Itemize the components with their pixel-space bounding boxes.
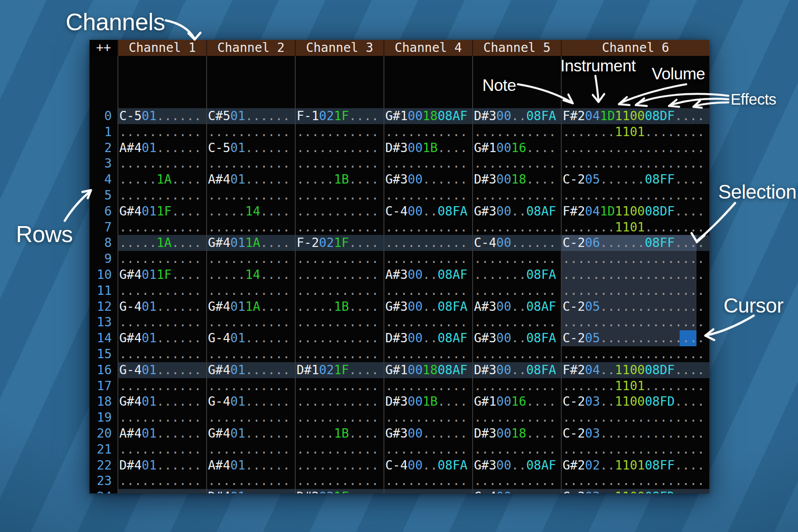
cell-ch5-row0[interactable]: D#300..08FA <box>472 108 561 124</box>
cell-ch6-row7[interactable]: .......1101........ <box>561 219 709 235</box>
cell-ch6-row15[interactable]: ................... <box>561 346 709 362</box>
effect-columns-button[interactable]: ++ <box>90 40 117 56</box>
cell-ch6-row16[interactable]: F#204..110008DF.... <box>561 362 709 378</box>
cell-ch1-row20[interactable]: A#401...... <box>117 426 206 442</box>
cell-ch4-row17[interactable]: ........... <box>383 378 472 394</box>
cell-ch6-row14[interactable]: C-205.............. <box>561 330 709 346</box>
cell-ch1-row3[interactable]: ........... <box>117 156 206 172</box>
cell-ch1-row24[interactable]: ........... <box>117 489 206 493</box>
cell-ch4-row19[interactable]: ........... <box>383 410 472 426</box>
cell-ch4-row3[interactable]: ........... <box>383 156 472 172</box>
cell-ch3-row23[interactable]: ........... <box>295 473 383 489</box>
cell-ch1-row7[interactable]: ........... <box>117 219 206 235</box>
cell-ch4-row4[interactable]: G#300...... <box>383 172 472 188</box>
cell-ch1-row6[interactable]: G#4011F.... <box>117 203 206 219</box>
cell-ch4-row7[interactable]: ........... <box>383 219 472 235</box>
cell-ch2-row7[interactable]: ........... <box>206 219 295 235</box>
cell-ch5-row18[interactable]: G#10016.... <box>472 394 561 410</box>
cell-ch3-row5[interactable]: ........... <box>295 188 383 203</box>
cell-ch6-row4[interactable]: C-205......08FF.... <box>561 172 709 188</box>
cell-ch1-row1[interactable]: ........... <box>117 124 206 140</box>
cell-ch2-row16[interactable]: G#401...... <box>206 362 295 378</box>
channel-header-5[interactable]: Channel 5 <box>472 40 561 56</box>
cell-ch4-row21[interactable]: ........... <box>383 442 472 458</box>
cell-ch2-row2[interactable]: C-501...... <box>206 140 295 156</box>
cell-ch3-row2[interactable]: ........... <box>295 140 383 156</box>
cell-ch1-row15[interactable]: ........... <box>117 346 206 362</box>
cell-ch2-row9[interactable]: ........... <box>206 251 295 267</box>
cell-ch6-row2[interactable]: ................... <box>561 140 709 156</box>
cell-ch2-row11[interactable]: ........... <box>206 283 295 299</box>
cell-ch6-row1[interactable]: .......1101........ <box>561 124 709 140</box>
cell-ch5-row17[interactable]: ........... <box>472 378 561 394</box>
cell-ch6-row13[interactable]: ................... <box>561 314 709 330</box>
cell-ch6-row12[interactable]: C-205.............. <box>561 299 709 315</box>
cell-ch3-row20[interactable]: .....1B.... <box>295 426 383 442</box>
cell-ch5-row6[interactable]: G#300..08AF <box>472 203 561 219</box>
cell-ch2-row8[interactable]: G#4011A.... <box>206 235 295 251</box>
cell-ch2-row5[interactable]: ........... <box>206 188 295 203</box>
cell-ch4-row5[interactable]: ........... <box>383 188 472 203</box>
channel-header-4[interactable]: Channel 4 <box>383 40 472 56</box>
cell-ch4-row11[interactable]: ........... <box>383 283 472 299</box>
cell-ch1-row10[interactable]: G#4011F.... <box>117 267 206 283</box>
cell-ch4-row23[interactable]: ........... <box>383 473 472 489</box>
cell-ch2-row24[interactable]: D#401...... <box>206 489 295 493</box>
cell-ch1-row23[interactable]: ........... <box>117 473 206 489</box>
cell-ch4-row9[interactable]: ........... <box>383 251 472 267</box>
cell-ch6-row11[interactable]: ................... <box>561 283 709 299</box>
cell-ch6-row20[interactable]: C-203.............. <box>561 426 709 442</box>
cell-ch4-row1[interactable]: ........... <box>383 124 472 140</box>
cell-ch3-row8[interactable]: F-2021F.... <box>295 235 383 251</box>
cell-ch6-row8[interactable]: C-206......08FF.... <box>561 235 709 251</box>
cell-ch5-row21[interactable]: ........... <box>472 442 561 458</box>
cell-ch1-row21[interactable]: ........... <box>117 442 206 458</box>
cell-ch3-row13[interactable]: ........... <box>295 314 383 330</box>
cell-ch3-row0[interactable]: F-1021F.... <box>295 108 383 124</box>
cell-ch3-row12[interactable]: .....1B.... <box>295 299 383 315</box>
cell-ch2-row20[interactable]: G#401...... <box>206 426 295 442</box>
cell-ch5-row16[interactable]: D#300..08FA <box>472 362 561 378</box>
cell-ch1-row18[interactable]: G#401...... <box>117 394 206 410</box>
cell-ch2-row10[interactable]: .....14.... <box>206 267 295 283</box>
cell-ch5-row22[interactable]: G#300..08AF <box>472 458 561 473</box>
cell-ch3-row21[interactable]: ........... <box>295 442 383 458</box>
cell-ch3-row17[interactable]: ........... <box>295 378 383 394</box>
cell-ch5-row19[interactable]: ........... <box>472 410 561 426</box>
cell-ch5-row14[interactable]: G#300..08FA <box>472 330 561 346</box>
cell-ch1-row12[interactable]: G-401...... <box>117 299 206 315</box>
cell-ch2-row21[interactable]: ........... <box>206 442 295 458</box>
cell-ch1-row22[interactable]: D#401...... <box>117 458 206 473</box>
cell-ch3-row22[interactable]: ........... <box>295 458 383 473</box>
cell-ch4-row16[interactable]: G#1001808AF <box>383 362 472 378</box>
cell-ch3-row9[interactable]: ........... <box>295 251 383 267</box>
cell-ch6-row23[interactable]: ................... <box>561 473 709 489</box>
cell-ch4-row6[interactable]: C-400..08FA <box>383 203 472 219</box>
cell-ch1-row4[interactable]: .....1A.... <box>117 172 206 188</box>
cell-ch5-row7[interactable]: ........... <box>472 219 561 235</box>
cell-ch1-row11[interactable]: ........... <box>117 283 206 299</box>
channel-header-6[interactable]: Channel 6 <box>561 40 709 56</box>
cell-ch5-row20[interactable]: D#30018.... <box>472 426 561 442</box>
cell-ch6-row5[interactable]: ................... <box>561 188 709 203</box>
cell-ch6-row3[interactable]: ................... <box>561 156 709 172</box>
cell-ch1-row5[interactable]: ........... <box>117 188 206 203</box>
cell-ch2-row1[interactable]: ........... <box>206 124 295 140</box>
cell-ch3-row3[interactable]: ........... <box>295 156 383 172</box>
cell-ch5-row13[interactable]: ........... <box>472 314 561 330</box>
cell-ch6-row9[interactable]: ................... <box>561 251 709 267</box>
cell-ch1-row16[interactable]: G-401...... <box>117 362 206 378</box>
cell-ch1-row2[interactable]: A#401...... <box>117 140 206 156</box>
cell-ch5-row1[interactable]: ........... <box>472 124 561 140</box>
cell-ch4-row24[interactable]: ........... <box>383 489 472 493</box>
cell-ch4-row14[interactable]: D#300..08AF <box>383 330 472 346</box>
cell-ch2-row18[interactable]: G-401...... <box>206 394 295 410</box>
cell-ch2-row4[interactable]: A#401...... <box>206 172 295 188</box>
cell-ch3-row18[interactable]: ........... <box>295 394 383 410</box>
cell-ch2-row19[interactable]: ........... <box>206 410 295 426</box>
cell-ch4-row8[interactable]: ........... <box>383 235 472 251</box>
cell-ch1-row14[interactable]: G#401...... <box>117 330 206 346</box>
pattern-area[interactable]: 0C-501......C#501......F-1021F....G#1001… <box>90 56 709 493</box>
cell-ch6-row18[interactable]: C-203..110008FD.... <box>561 394 709 410</box>
cell-ch5-row15[interactable]: ........... <box>472 346 561 362</box>
